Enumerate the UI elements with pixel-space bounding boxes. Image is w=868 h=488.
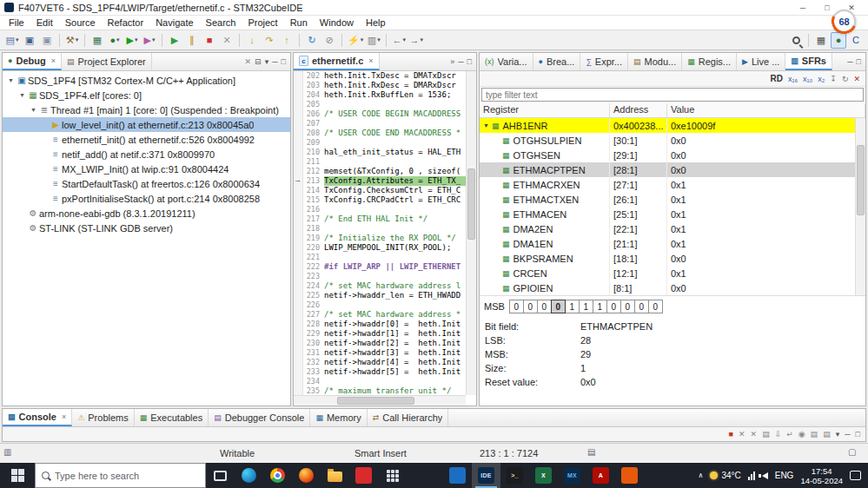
input-device-icon[interactable]: ▤ [587,447,595,457]
code-line[interactable]: 235/* maximum transfer unit */ [303,386,466,395]
disconnect-icon[interactable]: ✕ [219,32,235,49]
debug-tree-row[interactable]: ⚙arm-none-eabi-gdb (8.3.1.20191211) [3,206,290,221]
code-line[interactable]: 211 [303,157,466,167]
register-row-dma2en[interactable]: ▦DMA2EN[22:1]0x1 [480,221,865,236]
scrollbar-thumb[interactable] [857,145,865,216]
new-wizard-icon[interactable]: ▤▾ [4,32,20,49]
console-tab-debugger-console[interactable]: ▤Debugger Console [209,409,310,426]
menu-navigate[interactable]: Navigate [149,16,199,29]
register-row-dma1en[interactable]: ▦DMA1EN[21:1]0x1 [480,236,865,251]
start-button[interactable] [0,463,35,488]
sfr-filter-input[interactable] [481,88,864,102]
debug-tree-row[interactable]: ⚙ST-LINK (ST-LINK GDB server) [3,221,290,235]
open-console-icon[interactable]: ▤ [823,430,831,439]
sfr-vscrollbar[interactable] [855,118,865,295]
remove-all-launches-icon[interactable]: ✕ [751,430,758,439]
search-icon[interactable] [788,32,804,49]
minimize-console-icon[interactable]: ─ [845,430,850,439]
menu-file[interactable]: File [3,16,30,29]
debug-tree-row[interactable]: ≡MX_LWIP_Init() at lwip.c:91 0x8004424 [3,162,290,176]
debug-tree-row[interactable]: ≡ethernetif_init() at ethernetif.c:526 0… [3,132,290,147]
run-icon[interactable]: ▶▾ [124,32,140,49]
bit-cell[interactable]: 0 [606,300,621,313]
pin-console-icon[interactable]: ◉ [798,430,805,439]
scrollbar-thumb[interactable] [467,168,475,240]
bit-cell[interactable]: 0 [634,300,649,313]
code-line[interactable]: 214TxConfig.ChecksumCtrl = ETH_C [303,186,466,195]
editor-tab-ethernetif-c[interactable]: c ethernetif.c × [294,53,380,70]
register-row-ethmacen[interactable]: ▦ETHMACEN[25:1]0x1 [480,207,865,221]
taskbar-orange-app-icon[interactable] [615,463,644,488]
bit-cell[interactable]: 0 [551,300,566,313]
expander-icon[interactable]: ▼ [483,122,492,129]
code-line[interactable]: 231netif->hwaddr[3] = heth.Init [303,348,466,358]
taskbar-stm32cubemx-icon[interactable]: MX [558,463,586,488]
code-line[interactable]: 213TxConfig.Attributes = ETH_TX_ [303,176,466,186]
code-line[interactable]: 228netif->hwaddr[0] = heth.Init [303,320,466,329]
menu-run[interactable]: Run [284,16,314,29]
format-hex-icon[interactable]: x₁₆ [788,75,798,83]
register-row-gpioien[interactable]: ▦GPIOIEN[8:1]0x0 [480,280,865,295]
view-tab-regis[interactable]: ▦Regis... [682,53,737,70]
volume-icon[interactable] [762,472,768,479]
build-icon[interactable]: ⚒▾ [64,32,80,49]
console-tab-call-hierarchy[interactable]: ⇄Call Hierarchy [368,409,449,426]
format-dec-icon[interactable]: x₁₀ [803,75,812,83]
code-line[interactable]: 216 [303,205,466,214]
console-tab-console[interactable]: ▤Console× [3,409,72,426]
debug-tree-row[interactable]: ▼▣SDS_1PF4 [STM32 Cortex-M C/C++ Applica… [3,73,290,88]
code-line[interactable]: 218 [303,224,466,234]
register-row-ethmacrxen[interactable]: ▦ETHMACRXEN[27:1]0x1 [480,177,865,192]
annotation-ruler[interactable]: → [294,71,303,395]
collapse-all-icon[interactable]: ⊟ [255,57,262,66]
weather-widget[interactable]: 34°C [710,471,740,480]
quick-access-trim-icon[interactable]: ▥ [3,447,11,457]
code-line[interactable]: 223 [303,272,466,281]
taskbar-edge-icon[interactable] [235,463,263,488]
hidden-icons-chevron[interactable]: ∧ [699,472,704,479]
close-tab-icon[interactable]: × [368,56,373,65]
code-line[interactable]: 212memset(&TxConfig, 0 , sizeof( [303,167,466,176]
taskbar-firefox-icon[interactable] [292,463,321,488]
code-line[interactable]: 202heth.Init.TxDesc = DMATxDscr [303,71,466,81]
debug-tree-row[interactable]: ≡pxPortInitialiseStack() at port.c:214 0… [3,191,290,206]
console-tab-executables[interactable]: ▦Executables [135,409,209,426]
code-line[interactable]: 232netif->hwaddr[4] = heth.Init [303,358,466,367]
register-row-ethmactxen[interactable]: ▦ETHMACTXEN[26:1]0x1 [480,192,865,207]
taskbar-chrome-icon[interactable] [263,463,292,488]
code-line[interactable]: 219/* Initialize the RX POOL */ [303,234,466,243]
view-tab-live[interactable]: ▶Live ... [737,53,785,70]
export-sfr-icon[interactable]: ↧ [830,75,837,83]
new-c-file-icon[interactable]: ▦ [89,32,105,49]
suspend-icon[interactable]: ∥ [184,32,200,49]
clear-console-icon[interactable]: ▤ [762,430,770,439]
terminate-console-icon[interactable]: ■ [729,430,733,439]
format-bin-icon[interactable]: x₂ [818,75,825,83]
menu-refactor[interactable]: Refactor [102,16,150,29]
resume-icon[interactable]: ▶ [167,32,182,49]
code-line[interactable]: 233netif->hwaddr[5] = heth.Init [303,367,466,377]
taskbar-task-view-icon[interactable] [206,463,235,488]
editor-vscrollbar[interactable] [466,71,476,395]
code-line[interactable]: 205 [303,100,466,109]
column-header-value[interactable]: Value [667,103,865,117]
register-row-bkpsramen[interactable]: ▦BKPSRAMEN[18:1]0x0 [480,251,865,266]
bit-cell[interactable]: 0 [648,300,663,313]
console-view-menu-icon[interactable]: ▾ [836,430,840,439]
view-tab-varia[interactable]: (x)Varia... [480,53,533,70]
code-line[interactable]: 234 [303,377,466,386]
cpp-perspective-icon[interactable]: C [848,32,864,49]
view-menu-icon[interactable]: ▾ [265,57,269,66]
action-center-icon[interactable] [850,471,861,480]
debug-tab-project-explorer[interactable]: ▤Project Explorer [62,53,152,70]
taskbar-acrobat-icon[interactable]: A [586,463,615,488]
bit-cell[interactable]: 0 [537,300,552,313]
register-row-otghsulpien[interactable]: ▦OTGHSULPIEN[30:1]0x0 [480,133,865,148]
code-line[interactable]: 215TxConfig.CRCPadCtrl = ETH_CRC [303,195,466,205]
expander-icon[interactable]: ▼ [6,77,16,83]
debug-perspective-icon[interactable]: ● [831,32,846,49]
external-tools-icon[interactable]: ▶▾ [142,32,157,49]
debug-tree-row[interactable]: ▶low_level_init() at ethernetif.c:213 0x… [3,117,290,132]
debug-tree-row[interactable]: ▼▦SDS_1PF4.elf [cores: 0] [3,88,290,102]
console-tab-problems[interactable]: ⚠Problems [72,409,135,426]
